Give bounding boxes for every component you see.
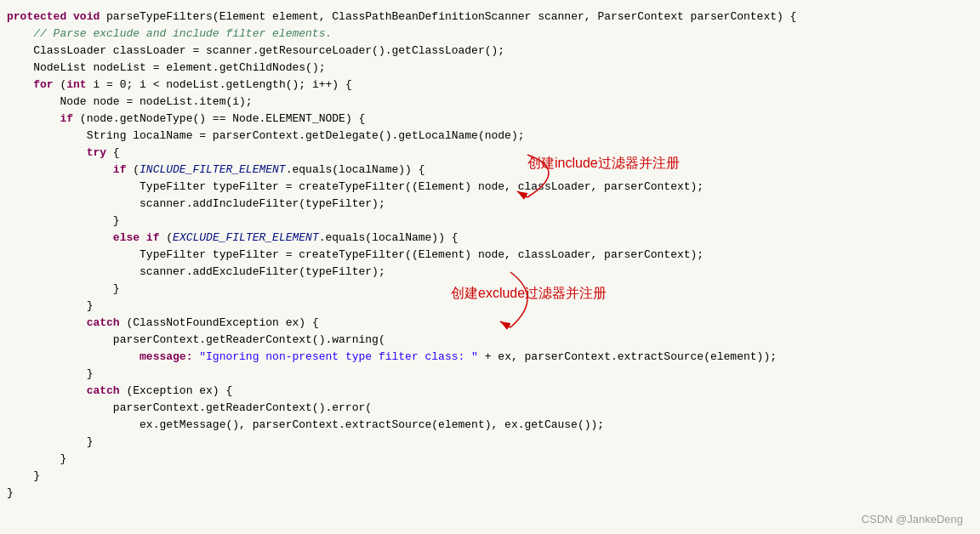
code-line: TypeFilter typeFilter = createTypeFilter… [0,247,980,264]
code-line: } [0,485,980,502]
code-line: else if (EXCLUDE_FILTER_ELEMENT.equals(l… [0,230,980,247]
code-line: catch (Exception ex) { [0,383,980,400]
code-line: String localName = parserContext.getDele… [0,128,980,145]
code-line: for (int i = 0; i < nodeList.getLength()… [0,77,980,94]
code-line: protected void parseTypeFilters(Element … [0,9,980,26]
code-line: NodeList nodeList = element.getChildNode… [0,60,980,77]
code-line: if (node.getNodeType() == Node.ELEMENT_N… [0,111,980,128]
code-container: protected void parseTypeFilters(Element … [0,0,980,534]
code-line: // Parse exclude and include filter elem… [0,26,980,43]
code-line: } [0,468,980,485]
code-line: scanner.addIncludeFilter(typeFilter); [0,196,980,213]
code-line: ClassLoader classLoader = scanner.getRes… [0,43,980,60]
code-line: } [0,366,980,383]
code-line: } [0,213,980,230]
code-line: } [0,298,980,315]
code-lines: protected void parseTypeFilters(Element … [0,9,980,502]
code-line: if (INCLUDE_FILTER_ELEMENT.equals(localN… [0,162,980,179]
code-line: parserContext.getReaderContext().error( [0,400,980,417]
code-line: } [0,281,980,298]
code-line: ex.getMessage(), parserContext.extractSo… [0,417,980,434]
watermark: CSDN @JankeDeng [862,513,963,525]
code-line: scanner.addExcludeFilter(typeFilter); [0,264,980,281]
code-line: } [0,451,980,468]
code-line: Node node = nodeList.item(i); [0,94,980,111]
code-line: message: "Ignoring non-present type filt… [0,349,980,366]
code-line: TypeFilter typeFilter = createTypeFilter… [0,179,980,196]
code-line: } [0,434,980,451]
code-line: try { [0,145,980,162]
code-line: parserContext.getReaderContext().warning… [0,332,980,349]
code-line: catch (ClassNotFoundException ex) { [0,315,980,332]
